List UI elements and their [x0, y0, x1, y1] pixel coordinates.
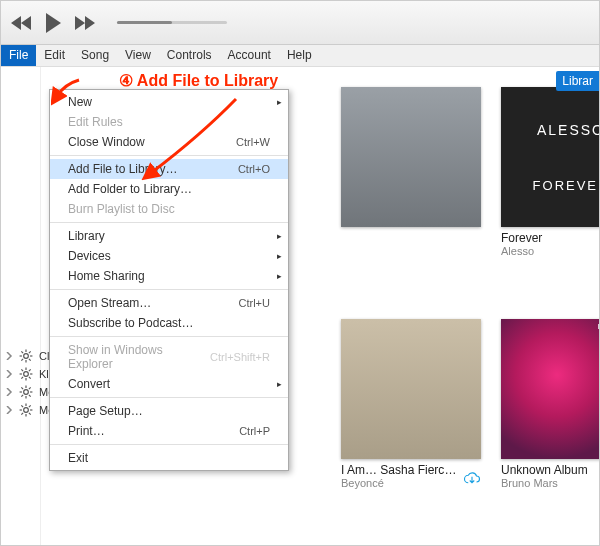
menu-controls[interactable]: Controls — [159, 45, 220, 66]
album-info-row — [341, 227, 481, 231]
gear-icon — [19, 367, 33, 381]
menuitem-subscribe-to-podcast[interactable]: Subscribe to Podcast… — [50, 313, 288, 333]
menuitem-label: Show in Windows Explorer — [68, 343, 210, 371]
album-title: Forever — [501, 231, 600, 245]
album-cover[interactable]: BRUNOMARS — [501, 319, 600, 459]
menu-file[interactable]: File — [1, 45, 36, 66]
menuitem-devices[interactable]: Devices — [50, 246, 288, 266]
menu-separator — [50, 444, 288, 445]
svg-point-27 — [24, 408, 29, 413]
album-cover[interactable]: ALESSOFOREVER — [501, 87, 600, 227]
menu-view[interactable]: View — [117, 45, 159, 66]
annotation-arrow-icon — [141, 95, 251, 185]
menuitem-label: Edit Rules — [68, 115, 123, 129]
menu-account[interactable]: Account — [220, 45, 279, 66]
next-button[interactable] — [73, 16, 95, 30]
menuitem-label: Home Sharing — [68, 269, 145, 283]
menuitem-shortcut: Ctrl+Shift+R — [210, 351, 270, 363]
chevron-right-icon — [5, 388, 13, 396]
album-info-row: Unknown AlbumBruno Mars — [501, 459, 600, 489]
menu-separator — [50, 222, 288, 223]
svg-line-23 — [21, 387, 23, 389]
cover-text-bottom: FOREVER — [533, 178, 600, 193]
menuitem-library[interactable]: Library — [50, 226, 288, 246]
svg-point-18 — [24, 390, 29, 395]
svg-line-7 — [21, 359, 23, 361]
volume-slider[interactable] — [117, 21, 227, 24]
svg-line-26 — [29, 387, 31, 389]
svg-line-15 — [29, 377, 31, 379]
album-card[interactable]: I Am… Sasha Fierce (…Beyoncé — [341, 319, 481, 533]
chevron-right-icon — [5, 370, 13, 378]
menuitem-convert[interactable]: Convert — [50, 374, 288, 394]
album-card[interactable]: BRUNOMARSUnknown AlbumBruno Mars — [501, 319, 600, 533]
svg-line-5 — [21, 351, 23, 353]
menu-separator — [50, 289, 288, 290]
album-cover[interactable] — [341, 319, 481, 459]
annotation-text: Add File to Library — [137, 72, 278, 89]
menuitem-page-setup[interactable]: Page Setup… — [50, 401, 288, 421]
svg-line-6 — [29, 359, 31, 361]
library-button[interactable]: Librar — [556, 71, 599, 91]
menuitem-label: Exit — [68, 451, 88, 465]
menuitem-label: Library — [68, 229, 105, 243]
menu-edit[interactable]: Edit — [36, 45, 73, 66]
chevron-right-icon — [5, 352, 13, 360]
svg-line-35 — [29, 405, 31, 407]
menuitem-label: Page Setup… — [68, 404, 143, 418]
menu-song[interactable]: Song — [73, 45, 117, 66]
album-info-row: ForeverAlesso — [501, 227, 600, 257]
svg-point-9 — [24, 372, 29, 377]
svg-line-14 — [21, 369, 23, 371]
album-artist: Alesso — [501, 245, 600, 257]
svg-line-17 — [29, 369, 31, 371]
svg-line-8 — [29, 351, 31, 353]
menuitem-label: Convert — [68, 377, 110, 391]
menuitem-label: Subscribe to Podcast… — [68, 316, 193, 330]
album-card[interactable]: ALESSOFOREVERForeverAlesso — [501, 87, 600, 301]
gear-icon — [19, 385, 33, 399]
svg-line-24 — [29, 395, 31, 397]
menuitem-shortcut: Ctrl+U — [239, 297, 270, 309]
album-title: Unknown Album — [501, 463, 600, 477]
play-button[interactable] — [43, 13, 63, 33]
annotation-label: ④ Add File to Library — [119, 71, 278, 90]
sidebar: Classical MusicKlassische MusikMeine Lie… — [1, 67, 41, 545]
menu-help[interactable]: Help — [279, 45, 320, 66]
menuitem-label: Open Stream… — [68, 296, 151, 310]
menuitem-label: Devices — [68, 249, 111, 263]
menuitem-exit[interactable]: Exit — [50, 448, 288, 468]
svg-line-34 — [21, 413, 23, 415]
menuitem-print[interactable]: Print…Ctrl+P — [50, 421, 288, 441]
player-bar — [1, 1, 599, 45]
cloud-download-icon[interactable] — [463, 472, 481, 486]
menuitem-open-stream[interactable]: Open Stream…Ctrl+U — [50, 293, 288, 313]
menuitem-home-sharing[interactable]: Home Sharing — [50, 266, 288, 286]
album-card[interactable] — [341, 87, 481, 301]
menuitem-label: Close Window — [68, 135, 145, 149]
gear-icon — [19, 349, 33, 363]
menu-bar: FileEditSongViewControlsAccountHelp — [1, 45, 599, 67]
player-controls — [11, 13, 95, 33]
svg-line-16 — [21, 377, 23, 379]
gear-icon — [19, 403, 33, 417]
svg-point-0 — [24, 354, 29, 359]
prev-button[interactable] — [11, 16, 33, 30]
annotation-number: ④ — [119, 72, 133, 89]
menuitem-burn-playlist-to-disc: Burn Playlist to Disc — [50, 199, 288, 219]
svg-line-32 — [21, 405, 23, 407]
itunes-window: FileEditSongViewControlsAccountHelp Clas… — [0, 0, 600, 546]
menu-separator — [50, 397, 288, 398]
album-artist: Beyoncé — [341, 477, 463, 489]
album-artist: Bruno Mars — [501, 477, 600, 489]
svg-line-25 — [21, 395, 23, 397]
annotation-arrow-icon — [51, 76, 81, 106]
svg-line-33 — [29, 413, 31, 415]
menuitem-label: Print… — [68, 424, 105, 438]
menuitem-shortcut: Ctrl+P — [239, 425, 270, 437]
cover-text-top: ALESSO — [537, 122, 600, 138]
menuitem-show-in-windows-explorer: Show in Windows ExplorerCtrl+Shift+R — [50, 340, 288, 374]
chevron-right-icon — [5, 406, 13, 414]
album-cover[interactable] — [341, 87, 481, 227]
album-title: I Am… Sasha Fierce (… — [341, 463, 463, 477]
